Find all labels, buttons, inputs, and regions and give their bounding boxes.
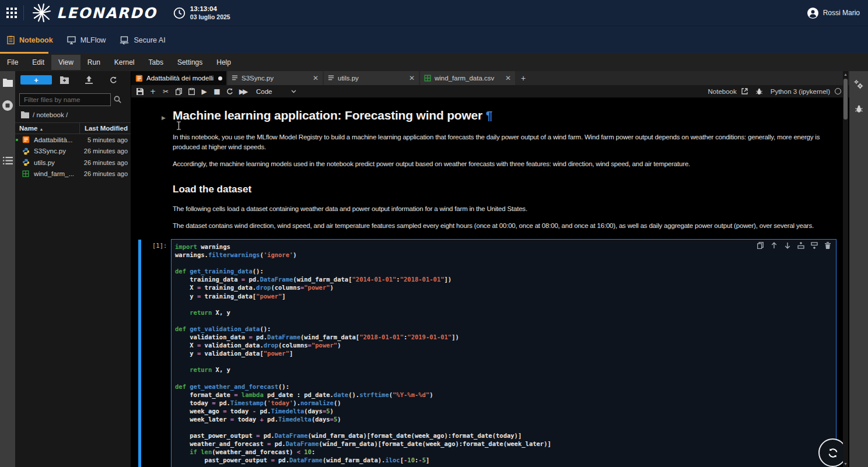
- app-tab-notebook[interactable]: Notebook: [0, 26, 60, 54]
- app-grid-icon[interactable]: [0, 0, 23, 26]
- app-window: LEONARDO 13:13:04 03 luglio 2025 Rossi M…: [0, 0, 868, 467]
- refresh-files-icon[interactable]: [102, 76, 126, 84]
- code-line: y = validation_data["power"]: [175, 349, 832, 357]
- save-icon[interactable]: [134, 88, 146, 95]
- cell-collapser-icon[interactable]: ▶: [162, 115, 166, 121]
- filter-files-input[interactable]: [19, 93, 111, 106]
- delete-cell-icon[interactable]: [824, 242, 831, 249]
- heading-anchor[interactable]: ¶: [486, 108, 492, 122]
- column-last-modified[interactable]: Last Modified: [85, 125, 131, 132]
- running-kernels-icon[interactable]: [2, 100, 13, 111]
- doc-tab-label: S3Sync.py: [242, 75, 307, 82]
- kernel-status-icon[interactable]: [835, 88, 841, 94]
- notebook-scrollbar[interactable]: ▲ ▼: [843, 71, 848, 467]
- markdown-title[interactable]: Machine learning application: Forecastin…: [173, 108, 492, 122]
- scrollbar-thumb[interactable]: [844, 79, 848, 120]
- menu-view[interactable]: View: [51, 55, 80, 70]
- code-line: import warnings: [175, 243, 832, 251]
- file-row[interactable]: wind_farm_...26 minutes ago: [15, 168, 131, 180]
- menu-tabs[interactable]: Tabs: [142, 55, 170, 70]
- menu-file[interactable]: File: [0, 55, 25, 70]
- doc-tab[interactable]: wind_farm_data.csv✕: [420, 71, 515, 85]
- doc-tab[interactable]: Adattabilità dei modelli al co: [131, 71, 226, 85]
- app-tab-secure-ai[interactable]: Secure AI: [113, 26, 172, 54]
- file-name: wind_farm_...: [34, 170, 74, 177]
- copy-cells-icon[interactable]: [172, 88, 185, 95]
- file-row[interactable]: S3Sync.py26 minutes ago: [15, 146, 131, 157]
- menu-help[interactable]: Help: [209, 55, 238, 70]
- property-inspector-gears-icon[interactable]: [853, 79, 864, 90]
- file-modified: 5 minutes ago: [88, 136, 131, 143]
- code-line: return X, y: [175, 366, 832, 374]
- laptop-icon: [120, 36, 129, 44]
- add-cell-icon[interactable]: +: [146, 87, 159, 96]
- run-cell-icon[interactable]: ▶: [198, 87, 211, 96]
- app-tab-mlflow[interactable]: MLFlow: [60, 26, 113, 54]
- restart-run-all-icon[interactable]: ▶▶: [236, 87, 249, 96]
- active-cell-indicator[interactable]: [138, 240, 141, 467]
- leonardo-starburst-icon: [32, 3, 52, 23]
- doc-tab[interactable]: S3Sync.py✕: [228, 71, 323, 85]
- debugger-bug-icon[interactable]: [855, 105, 863, 113]
- code-line: past_power_output = pd.DataFrame(wind_fa…: [175, 456, 832, 464]
- menu-edit[interactable]: Edit: [25, 55, 51, 70]
- user-menu[interactable]: Rossi Mario: [807, 8, 868, 19]
- restart-kernel-icon[interactable]: [223, 88, 236, 95]
- scroll-up-icon[interactable]: ▲: [843, 72, 848, 76]
- text-cursor: [176, 121, 181, 130]
- file-modified: 26 minutes ago: [84, 159, 131, 166]
- column-name[interactable]: Name ▲: [15, 125, 64, 132]
- insert-cell-below-icon[interactable]: [810, 242, 818, 249]
- file-row[interactable]: Adattabilità...5 minutes ago: [15, 134, 131, 146]
- kernel-name[interactable]: Python 3 (ipykernel): [771, 88, 830, 95]
- chevron-down-icon[interactable]: [291, 90, 296, 93]
- file-list-header: Name ▲ Last Modified: [15, 122, 131, 134]
- close-icon[interactable]: ✕: [407, 74, 415, 82]
- notebook-toolbar: + ✂ ▶ ■ ▶▶ Code Notebook: [131, 85, 849, 98]
- markdown-paragraph[interactable]: The following cells load a dataset conta…: [173, 204, 829, 214]
- markdown-heading[interactable]: Load the dataset: [173, 184, 251, 195]
- code-line: [175, 374, 832, 382]
- file-row[interactable]: utils.py26 minutes ago: [15, 157, 131, 168]
- brand-name: LEONARDO: [57, 5, 157, 22]
- debugger-bug-icon[interactable]: [756, 88, 762, 95]
- close-icon[interactable]: ✕: [503, 74, 511, 82]
- code-line: [175, 423, 832, 431]
- duplicate-cell-icon[interactable]: [757, 242, 764, 249]
- upload-icon[interactable]: [76, 76, 101, 84]
- file-name: Adattabilità...: [34, 136, 72, 143]
- running-kernel-dot: [16, 139, 18, 141]
- interrupt-kernel-icon[interactable]: ■: [211, 87, 223, 96]
- cut-cells-icon[interactable]: ✂: [159, 87, 172, 96]
- cell-type-select[interactable]: Code: [256, 88, 272, 95]
- doc-tab[interactable]: utils.py✕: [324, 71, 419, 85]
- file-modified: 26 minutes ago: [84, 148, 131, 155]
- table-of-contents-icon[interactable]: [3, 157, 13, 164]
- scroll-down-icon[interactable]: ▼: [843, 462, 848, 466]
- code-cell-editor[interactable]: import warningswarnings.filterwarnings('…: [171, 239, 836, 467]
- markdown-paragraph[interactable]: The dataset contains wind direction, win…: [173, 221, 814, 231]
- divider: [23, 5, 24, 20]
- file-name: utils.py: [34, 159, 55, 166]
- markdown-paragraph[interactable]: In this notebook, you use the MLflow Mod…: [173, 132, 829, 152]
- breadcrumb[interactable]: / notebook /: [15, 106, 131, 122]
- insert-cell-above-icon[interactable]: [797, 242, 804, 249]
- file-browser-icon[interactable]: [3, 78, 13, 87]
- new-folder-icon[interactable]: [52, 76, 76, 84]
- markdown-paragraph[interactable]: Accordingly, the machine learning models…: [173, 159, 829, 169]
- move-cell-up-icon[interactable]: [770, 242, 778, 249]
- file-browser-panel: + / notebo: [15, 71, 131, 467]
- code-line: def get_training_data():: [175, 267, 832, 275]
- code-line: [175, 300, 832, 308]
- app-tab-label: MLFlow: [80, 36, 106, 44]
- close-icon[interactable]: ✕: [310, 74, 318, 82]
- move-cell-down-icon[interactable]: [783, 242, 791, 249]
- menu-run[interactable]: Run: [80, 55, 107, 70]
- menu-settings[interactable]: Settings: [170, 55, 209, 70]
- document-tab-bar: Adattabilità dei modelli al coS3Sync.py✕…: [131, 71, 849, 85]
- new-launcher-button[interactable]: +: [20, 75, 52, 85]
- menu-kernel[interactable]: Kernel: [107, 55, 142, 70]
- external-link-icon[interactable]: [741, 88, 748, 94]
- paste-cells-icon[interactable]: [185, 88, 198, 95]
- new-tab-button[interactable]: +: [516, 71, 530, 85]
